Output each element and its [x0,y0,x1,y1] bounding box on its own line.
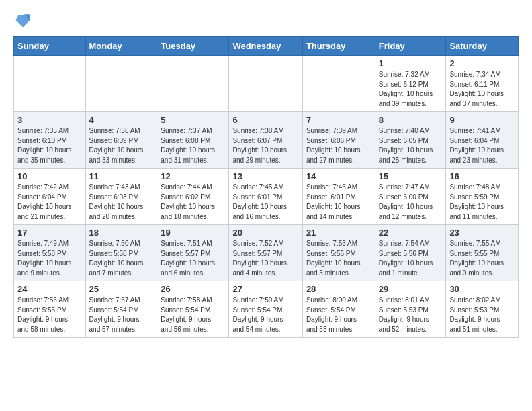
calendar-cell: 2Sunrise: 7:34 AM Sunset: 6:11 PM Daylig… [446,56,519,112]
day-info: Sunrise: 7:36 AM Sunset: 6:09 PM Dayligh… [89,126,154,165]
weekday-header: Saturday [446,37,519,56]
day-number: 22 [379,228,443,238]
calendar-cell: 29Sunrise: 8:01 AM Sunset: 5:53 PM Dayli… [375,281,446,338]
day-number: 23 [449,228,515,238]
day-info: Sunrise: 7:49 AM Sunset: 5:58 PM Dayligh… [17,239,82,278]
calendar-cell: 18Sunrise: 7:50 AM Sunset: 5:58 PM Dayli… [85,225,157,281]
day-number: 4 [89,115,154,125]
day-number: 25 [89,284,154,294]
weekday-header: Friday [375,37,446,56]
day-info: Sunrise: 7:57 AM Sunset: 5:54 PM Dayligh… [89,295,154,334]
calendar-cell: 13Sunrise: 7:45 AM Sunset: 6:01 PM Dayli… [229,169,302,225]
day-info: Sunrise: 7:37 AM Sunset: 6:08 PM Dayligh… [161,126,225,165]
calendar-cell: 30Sunrise: 8:02 AM Sunset: 5:53 PM Dayli… [446,281,519,338]
day-info: Sunrise: 7:54 AM Sunset: 5:56 PM Dayligh… [379,239,443,278]
calendar-cell: 19Sunrise: 7:51 AM Sunset: 5:57 PM Dayli… [157,225,229,281]
day-info: Sunrise: 7:59 AM Sunset: 5:54 PM Dayligh… [232,295,298,334]
day-info: Sunrise: 7:32 AM Sunset: 6:12 PM Dayligh… [379,70,443,109]
day-info: Sunrise: 7:42 AM Sunset: 6:04 PM Dayligh… [17,183,82,222]
day-info: Sunrise: 8:01 AM Sunset: 5:53 PM Dayligh… [379,295,443,334]
page: SundayMondayTuesdayWednesdayThursdayFrid… [0,0,532,349]
calendar-cell: 9Sunrise: 7:41 AM Sunset: 6:04 PM Daylig… [446,112,519,169]
weekday-header: Wednesday [229,37,302,56]
day-info: Sunrise: 7:53 AM Sunset: 5:56 PM Dayligh… [306,239,371,278]
calendar-cell: 10Sunrise: 7:42 AM Sunset: 6:04 PM Dayli… [14,169,86,225]
day-info: Sunrise: 7:46 AM Sunset: 6:01 PM Dayligh… [306,183,371,222]
calendar-cell [157,56,229,112]
day-number: 1 [379,58,443,68]
calendar-cell [85,56,157,112]
calendar-cell: 12Sunrise: 7:44 AM Sunset: 6:02 PM Dayli… [157,169,229,225]
day-info: Sunrise: 7:41 AM Sunset: 6:04 PM Dayligh… [449,126,515,165]
calendar-cell: 24Sunrise: 7:56 AM Sunset: 5:55 PM Dayli… [14,281,86,338]
calendar-cell: 1Sunrise: 7:32 AM Sunset: 6:12 PM Daylig… [375,56,446,112]
day-info: Sunrise: 7:34 AM Sunset: 6:11 PM Dayligh… [449,70,515,109]
logo-icon [13,11,32,30]
calendar-cell [14,56,86,112]
calendar-header-row: SundayMondayTuesdayWednesdayThursdayFrid… [14,37,519,56]
calendar-cell: 16Sunrise: 7:48 AM Sunset: 5:59 PM Dayli… [446,169,519,225]
day-number: 29 [379,284,443,294]
calendar-cell: 21Sunrise: 7:53 AM Sunset: 5:56 PM Dayli… [302,225,375,281]
calendar-cell [229,56,302,112]
day-number: 28 [306,284,371,294]
calendar-cell: 27Sunrise: 7:59 AM Sunset: 5:54 PM Dayli… [229,281,302,338]
day-number: 15 [379,171,443,181]
calendar-week-row: 1Sunrise: 7:32 AM Sunset: 6:12 PM Daylig… [14,56,519,112]
day-number: 24 [17,284,82,294]
day-info: Sunrise: 7:38 AM Sunset: 6:07 PM Dayligh… [232,126,298,165]
day-info: Sunrise: 7:55 AM Sunset: 5:55 PM Dayligh… [449,239,515,278]
day-info: Sunrise: 7:40 AM Sunset: 6:05 PM Dayligh… [379,126,443,165]
day-number: 27 [232,284,298,294]
day-number: 9 [449,115,515,125]
calendar-cell: 28Sunrise: 8:00 AM Sunset: 5:54 PM Dayli… [302,281,375,338]
weekday-header: Sunday [14,37,86,56]
logo [13,11,34,30]
day-info: Sunrise: 7:51 AM Sunset: 5:57 PM Dayligh… [161,239,225,278]
weekday-header: Monday [85,37,157,56]
day-info: Sunrise: 8:02 AM Sunset: 5:53 PM Dayligh… [449,295,515,334]
calendar-cell: 14Sunrise: 7:46 AM Sunset: 6:01 PM Dayli… [302,169,375,225]
day-info: Sunrise: 7:44 AM Sunset: 6:02 PM Dayligh… [161,183,225,222]
calendar-cell: 22Sunrise: 7:54 AM Sunset: 5:56 PM Dayli… [375,225,446,281]
calendar-cell: 15Sunrise: 7:47 AM Sunset: 6:00 PM Dayli… [375,169,446,225]
calendar-cell: 5Sunrise: 7:37 AM Sunset: 6:08 PM Daylig… [157,112,229,169]
day-number: 16 [449,171,515,181]
day-number: 12 [161,171,225,181]
day-info: Sunrise: 7:47 AM Sunset: 6:00 PM Dayligh… [379,183,443,222]
day-number: 14 [306,171,371,181]
calendar-week-row: 24Sunrise: 7:56 AM Sunset: 5:55 PM Dayli… [14,281,519,338]
day-info: Sunrise: 7:48 AM Sunset: 5:59 PM Dayligh… [449,183,515,222]
calendar-cell: 4Sunrise: 7:36 AM Sunset: 6:09 PM Daylig… [85,112,157,169]
day-number: 26 [161,284,225,294]
day-number: 2 [449,58,515,68]
day-info: Sunrise: 7:52 AM Sunset: 5:57 PM Dayligh… [232,239,298,278]
day-info: Sunrise: 7:58 AM Sunset: 5:54 PM Dayligh… [161,295,225,334]
calendar-cell: 3Sunrise: 7:35 AM Sunset: 6:10 PM Daylig… [14,112,86,169]
day-number: 10 [17,171,82,181]
day-number: 7 [306,115,371,125]
day-number: 17 [17,228,82,238]
day-info: Sunrise: 7:35 AM Sunset: 6:10 PM Dayligh… [17,126,82,165]
weekday-header: Thursday [302,37,375,56]
day-number: 18 [89,228,154,238]
calendar-cell: 23Sunrise: 7:55 AM Sunset: 5:55 PM Dayli… [446,225,519,281]
calendar-week-row: 17Sunrise: 7:49 AM Sunset: 5:58 PM Dayli… [14,225,519,281]
day-info: Sunrise: 7:56 AM Sunset: 5:55 PM Dayligh… [17,295,82,334]
calendar-week-row: 3Sunrise: 7:35 AM Sunset: 6:10 PM Daylig… [14,112,519,169]
day-number: 5 [161,115,225,125]
day-info: Sunrise: 7:45 AM Sunset: 6:01 PM Dayligh… [232,183,298,222]
day-info: Sunrise: 7:50 AM Sunset: 5:58 PM Dayligh… [89,239,154,278]
calendar-week-row: 10Sunrise: 7:42 AM Sunset: 6:04 PM Dayli… [14,169,519,225]
day-info: Sunrise: 8:00 AM Sunset: 5:54 PM Dayligh… [306,295,371,334]
day-number: 6 [232,115,298,125]
weekday-header: Tuesday [157,37,229,56]
day-number: 20 [232,228,298,238]
calendar-cell [302,56,375,112]
calendar-cell: 6Sunrise: 7:38 AM Sunset: 6:07 PM Daylig… [229,112,302,169]
day-number: 11 [89,171,154,181]
calendar-cell: 20Sunrise: 7:52 AM Sunset: 5:57 PM Dayli… [229,225,302,281]
calendar-cell: 8Sunrise: 7:40 AM Sunset: 6:05 PM Daylig… [375,112,446,169]
calendar-cell: 25Sunrise: 7:57 AM Sunset: 5:54 PM Dayli… [85,281,157,338]
header [13,11,519,30]
